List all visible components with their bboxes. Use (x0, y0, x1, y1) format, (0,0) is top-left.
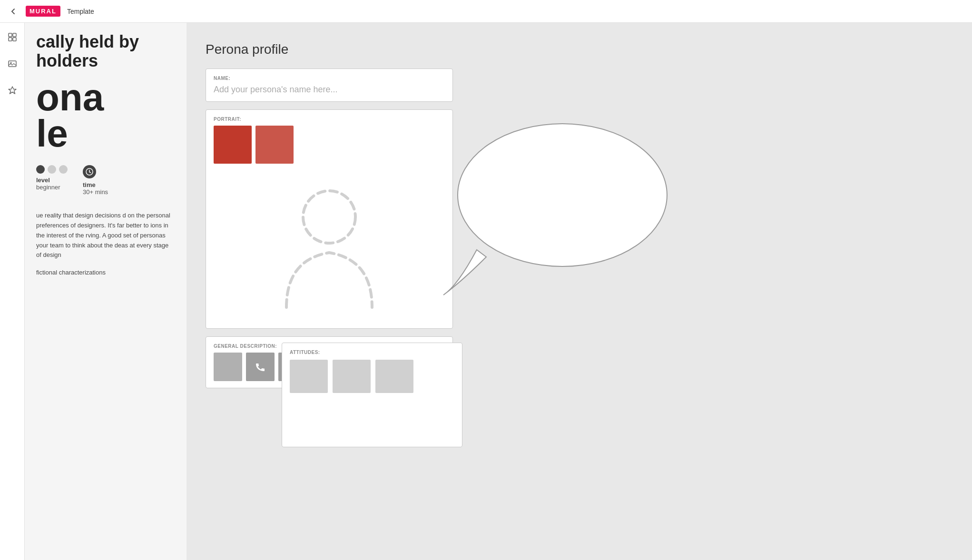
desc-img-1 (214, 353, 242, 381)
sidebar-icon-star[interactable] (4, 82, 21, 99)
dot-2 (48, 165, 56, 174)
attitudes-label: ATTITUDES: (290, 350, 454, 355)
portrait-img-2 (255, 126, 294, 164)
dot-1 (36, 165, 45, 174)
name-placeholder[interactable]: Add your persona's name here... (214, 85, 445, 95)
description-text: ue reality that design decisions d on th… (36, 211, 175, 260)
svg-rect-3 (13, 38, 16, 41)
level-dots (36, 165, 68, 174)
svg-rect-1 (13, 33, 16, 37)
speech-bubble (424, 109, 672, 300)
clock-icon (83, 165, 96, 178)
desc-img-phone (246, 353, 275, 381)
template-label: Template (67, 8, 94, 15)
attitude-box-3 (375, 360, 413, 393)
persona-section: Perona profile NAME: Add your persona's … (206, 42, 953, 388)
left-panel: cally held by holders ona le level begin… (25, 23, 187, 560)
portrait-label: PORTRAIT: (214, 117, 445, 122)
sidebar-icon-image[interactable] (4, 55, 21, 72)
attitudes-card: ATTITUDES: (282, 343, 462, 447)
attitude-box-2 (333, 360, 371, 393)
topbar-left: MURAL Template (6, 4, 94, 19)
level-meta: level beginner (36, 165, 68, 196)
dot-3 (59, 165, 68, 174)
section-title: Perona profile (206, 42, 953, 57)
svg-rect-2 (9, 38, 12, 41)
svg-rect-4 (9, 61, 16, 67)
description-text2: fictional characterizations (36, 268, 175, 278)
portrait-area: PORTRAIT: (206, 109, 453, 329)
name-label: NAME: (214, 76, 445, 81)
topbar: MURAL Template (0, 0, 972, 23)
mural-logo: MURAL (26, 6, 60, 17)
attitudes-boxes (290, 360, 454, 393)
back-button[interactable] (6, 4, 21, 19)
attitude-box-1 (290, 360, 328, 393)
portrait-card: PORTRAIT: (206, 109, 453, 329)
time-meta: time 30+ mins (83, 165, 108, 196)
panel-heading-partial: cally held by holders (36, 32, 175, 70)
portrait-images (214, 126, 445, 164)
panel-title-line1: ona (36, 79, 175, 116)
left-sidebar (0, 23, 25, 560)
panel-title-line2: le (36, 116, 175, 152)
person-placeholder (214, 169, 445, 322)
svg-point-8 (458, 124, 667, 266)
svg-point-7 (303, 191, 355, 243)
portrait-img-1 (214, 126, 252, 164)
sidebar-icon-template[interactable] (4, 29, 21, 46)
main-canvas: Perona profile NAME: Add your persona's … (187, 23, 972, 560)
meta-section: level beginner time 30+ mins (36, 165, 175, 196)
name-card: NAME: Add your persona's name here... (206, 69, 453, 102)
svg-rect-0 (9, 33, 12, 37)
